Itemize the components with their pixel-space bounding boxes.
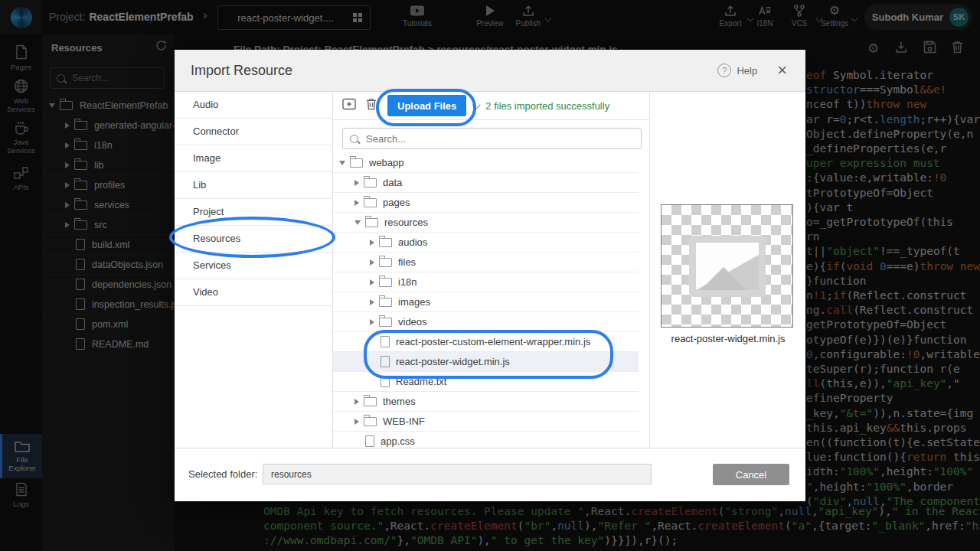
caret-right-icon[interactable] — [370, 299, 374, 305]
caret-down-icon[interactable] — [339, 161, 345, 165]
nav-item-lib[interactable]: Lib — [175, 172, 332, 199]
tree-item-WEB-INF[interactable]: WEB-INF — [333, 412, 639, 432]
caret-right-icon[interactable] — [370, 319, 374, 325]
caret-right-icon[interactable] — [354, 419, 359, 425]
file-icon — [365, 435, 374, 447]
folder-icon — [379, 318, 392, 327]
tree-item-label: resources — [384, 217, 428, 228]
caret-right-icon[interactable] — [354, 180, 359, 186]
caret-right-icon[interactable] — [370, 279, 374, 285]
tree-item-files[interactable]: files — [333, 253, 639, 272]
nav-item-connector[interactable]: Connector — [175, 119, 332, 145]
dialog-title: Import Resource — [191, 63, 717, 79]
tree-item-resources[interactable]: resources — [333, 213, 639, 233]
tree-item-themes[interactable]: themes — [333, 392, 639, 412]
close-icon[interactable]: × — [777, 64, 787, 77]
folder-icon — [379, 278, 392, 287]
status-message: 2 files imported successfully — [485, 100, 609, 112]
caret-down-icon[interactable] — [354, 220, 361, 225]
folder-icon — [364, 417, 377, 426]
annotation-ellipse-upload — [376, 89, 476, 126]
caret-right-icon[interactable] — [354, 200, 359, 206]
folder-icon — [379, 238, 392, 247]
image-placeholder-icon — [689, 236, 766, 297]
file-search[interactable] — [342, 128, 642, 149]
tree-item-label: themes — [383, 396, 416, 407]
dialog-footer: Selected folder: Cancel — [175, 448, 805, 501]
selected-folder-label: Selected folder: — [188, 468, 257, 480]
cancel-button[interactable]: Cancel — [713, 464, 789, 485]
resource-type-nav: AudioConnectorImageLibProjectResourcesSe… — [175, 92, 333, 448]
tree-item-label: i18n — [398, 276, 417, 288]
tree-item-label: videos — [398, 316, 427, 328]
modal-file-tree: webappdatapagesresourcesaudiosfilesi18ni… — [333, 153, 639, 448]
tree-item-app.css[interactable]: app.css — [333, 432, 639, 448]
file-browser: Upload Files 2 files imported successful… — [333, 92, 649, 448]
folder-icon — [364, 178, 377, 187]
selected-folder-input[interactable] — [263, 464, 652, 484]
folder-icon — [350, 158, 363, 168]
tree-item-label: WEB-INF — [383, 416, 425, 427]
tree-item-data[interactable]: data — [333, 173, 639, 193]
file-preview-panel: react-poster-widget.min.js — [649, 92, 806, 448]
new-folder-icon[interactable] — [342, 98, 356, 113]
folder-icon — [379, 258, 392, 267]
tree-item-images[interactable]: images — [333, 292, 639, 312]
tree-item-webapp[interactable]: webapp — [333, 153, 639, 173]
import-resource-dialog: Import Resource ? Help × AudioConnectorI… — [175, 50, 805, 501]
preview-caption: react-poster-widget.min.js — [650, 333, 806, 344]
preview-image — [661, 204, 793, 328]
delete-icon[interactable] — [366, 98, 377, 113]
tree-item-label: webapp — [369, 157, 404, 168]
help-icon[interactable]: ? — [717, 64, 731, 77]
tree-item-label: app.css — [381, 435, 415, 447]
app-root: Project:ReactElementPrefab › react-poste… — [0, 0, 980, 551]
tree-item-label: data — [383, 177, 402, 188]
dialog-header: Import Resource ? Help × — [175, 50, 805, 92]
help-link[interactable]: Help — [737, 65, 757, 77]
folder-icon — [364, 198, 377, 207]
tree-item-i18n[interactable]: i18n — [333, 272, 639, 292]
annotation-rect-imported-files — [364, 330, 613, 379]
tree-item-audios[interactable]: audios — [333, 233, 639, 253]
tree-item-label: files — [398, 256, 416, 268]
tree-item-label: images — [398, 296, 430, 308]
folder-icon — [364, 397, 377, 406]
tree-item-label: pages — [383, 197, 410, 208]
caret-right-icon[interactable] — [354, 399, 359, 405]
folder-icon — [379, 298, 392, 307]
file-search-input[interactable] — [364, 132, 620, 145]
caret-right-icon[interactable] — [370, 259, 374, 266]
nav-item-audio[interactable]: Audio — [175, 92, 332, 119]
folder-icon — [365, 218, 378, 227]
annotation-ellipse-resources — [169, 217, 335, 258]
search-icon — [350, 135, 358, 143]
tree-item-label: audios — [398, 236, 427, 248]
nav-item-image[interactable]: Image — [175, 145, 332, 172]
tree-item-pages[interactable]: pages — [333, 193, 639, 213]
nav-item-video[interactable]: Video — [175, 279, 332, 306]
caret-right-icon[interactable] — [370, 240, 374, 246]
